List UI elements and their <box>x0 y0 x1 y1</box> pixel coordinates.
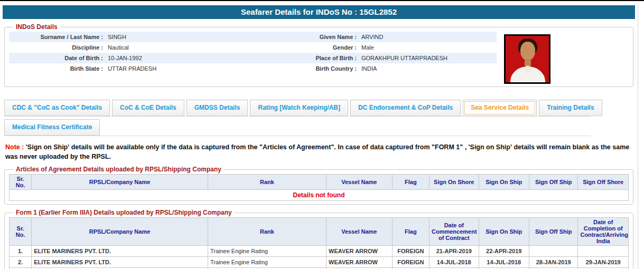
note-body: 'Sign on Ship' details will be available… <box>5 143 629 160</box>
form1-body: 1.ELITE MARINERS PVT. LTD.Trainee Engine… <box>10 246 629 269</box>
table-cell: ELITE MARINERS PVT. LTD. <box>32 246 208 257</box>
column-header: Sign Off Shore <box>578 175 629 190</box>
field-value: Male <box>357 42 497 53</box>
table-cell: WEAVER ARROW <box>326 246 393 257</box>
tab-gmdss-details[interactable]: GMDSS Details <box>186 100 248 116</box>
table-cell: 14-JUL-2018 <box>430 257 479 268</box>
column-header: Vessel Name <box>326 175 393 190</box>
column-header: Sign On Shore <box>430 175 479 190</box>
column-header: Vessel Name <box>326 218 393 246</box>
field-label: Place of Birth : <box>298 53 357 63</box>
column-header: Rank <box>208 175 326 190</box>
table-cell: 29-JAN-2019 <box>578 257 629 268</box>
indos-details-legend: INDoS Details <box>13 23 60 31</box>
table-cell: WEAVER ARROW <box>326 257 393 268</box>
note-prefix: Note : <box>5 143 24 151</box>
note-text: Note : 'Sign on Ship' details will be av… <box>5 143 632 161</box>
table-cell: 14-JUL-2018 <box>479 257 529 268</box>
column-header: Sr. No. <box>10 175 32 190</box>
column-header: Date of Completion of Contract/Arriving … <box>578 218 629 246</box>
tab-coc-coe-details[interactable]: CoC & CoE Details <box>112 100 184 116</box>
table-cell: 22-APR-2019 <box>479 246 529 257</box>
tab-strip-row2: Medical Fitness Certificate <box>4 119 591 136</box>
articles-header-row: Sr. No.RPSL/Company NameRankVessel NameF… <box>10 175 629 190</box>
field-label: Given Name : <box>298 32 357 42</box>
field-label: Gender : <box>298 42 357 53</box>
articles-legend: Articles of Agreement Details uploaded b… <box>13 166 224 173</box>
column-header: RPSL/Company Name <box>32 218 208 246</box>
field-value: UTTAR PRADESH <box>103 63 298 74</box>
column-header: Sr. No. <box>10 218 32 246</box>
articles-table: Sr. No.RPSL/Company NameRankVessel NameF… <box>9 174 629 201</box>
table-cell: 1. <box>10 246 32 257</box>
top-border-line <box>0 0 644 1</box>
empty-row: Details not found <box>10 190 629 201</box>
table-cell <box>529 246 577 257</box>
table-cell: FOREIGN <box>392 257 429 268</box>
tab-rating-watch-keeping-ab[interactable]: Rating [Watch Keeping/AB] <box>250 100 348 116</box>
field-label: Birth Country : <box>298 63 357 74</box>
column-header: Rank <box>208 218 326 246</box>
field-value: GORAKHPUR UTTARPRADESH <box>357 53 497 63</box>
column-header: Flag <box>392 218 429 246</box>
column-header: Date of Commencement of Contract <box>430 218 479 246</box>
field-label: Surname / Last Name : <box>9 32 103 42</box>
table-cell: ELITE MARINERS PVT. LTD. <box>32 257 208 268</box>
field-value: Nautical <box>103 42 298 53</box>
page-title: Seafarer Details for INDoS No : 15GL2852 <box>3 5 635 19</box>
table-row: 2.ELITE MARINERS PVT. LTD.Trainee Engine… <box>10 257 629 268</box>
field-value: 10-JAN-1992 <box>103 53 298 63</box>
field-label: Date of Birth : <box>9 53 103 63</box>
column-header: Sign Off Ship <box>529 218 577 246</box>
detail-row: Discipline :NauticalGender :Male <box>9 42 497 53</box>
field-label: Discipline : <box>9 42 103 53</box>
column-header: Sign Off Ship <box>529 175 577 190</box>
detail-row: Surname / Last Name :SINGHGiven Name :AR… <box>9 32 497 42</box>
table-cell: Trainee Engine Rating <box>208 246 326 257</box>
column-header: Sign On Ship <box>479 218 529 246</box>
articles-of-agreement-fieldset: Articles of Agreement Details uploaded b… <box>4 166 633 205</box>
photo-face <box>520 42 535 61</box>
detail-row: Date of Birth :10-JAN-1992Place of Birth… <box>9 53 497 63</box>
field-value: INDIA <box>357 63 497 74</box>
form1-fieldset: Form 1 (Earlier Form IIIA) Details uploa… <box>4 209 633 269</box>
form1-legend: Form 1 (Earlier Form IIIA) Details uploa… <box>13 209 235 216</box>
tab-strip-row1: CDC & "CoC as Cook" DetailsCoC & CoE Det… <box>4 100 591 117</box>
detail-row: Birth State :UTTAR PRADESHBirth Country … <box>9 63 497 74</box>
table-cell: 2. <box>10 257 32 268</box>
field-label: Birth State : <box>9 63 103 74</box>
table-row: 1.ELITE MARINERS PVT. LTD.Trainee Engine… <box>10 246 629 257</box>
tab-dc-endorsement-cop-details[interactable]: DC Endorsement & CoP Details <box>350 100 461 116</box>
tab-cdc-coc-as-cook-details[interactable]: CDC & "CoC as Cook" Details <box>4 100 110 116</box>
table-cell: 21-APR-2019 <box>430 246 479 257</box>
form1-header-row: Sr. No.RPSL/Company NameRankVessel NameF… <box>10 218 629 246</box>
table-cell: 28-JAN-2019 <box>529 257 577 268</box>
table-cell <box>578 246 629 257</box>
details-not-found-message: Details not found <box>10 190 629 201</box>
tab-medical-fitness-certificate[interactable]: Medical Fitness Certificate <box>4 119 100 136</box>
column-header: RPSL/Company Name <box>32 175 208 190</box>
tab-sea-service-details[interactable]: Sea Service Details <box>463 100 537 116</box>
field-value: ARVIND <box>357 32 497 42</box>
articles-body: Details not found <box>10 190 629 201</box>
field-value: SINGH <box>103 32 298 42</box>
table-cell: FOREIGN <box>392 246 429 257</box>
column-header: Flag <box>392 175 429 190</box>
table-cell: Trainee Engine Rating <box>208 257 326 268</box>
form1-table: Sr. No.RPSL/Company NameRankVessel NameF… <box>9 217 629 269</box>
tab-training-details[interactable]: Training Details <box>539 100 602 116</box>
indos-details-fieldset: INDoS Details Surname / Last Name :SINGH… <box>4 23 633 87</box>
page-container: Seafarer Details for INDoS No : 15GL2852… <box>0 5 638 269</box>
column-header: Sign On Ship <box>479 175 529 190</box>
seafarer-photo <box>504 34 550 84</box>
